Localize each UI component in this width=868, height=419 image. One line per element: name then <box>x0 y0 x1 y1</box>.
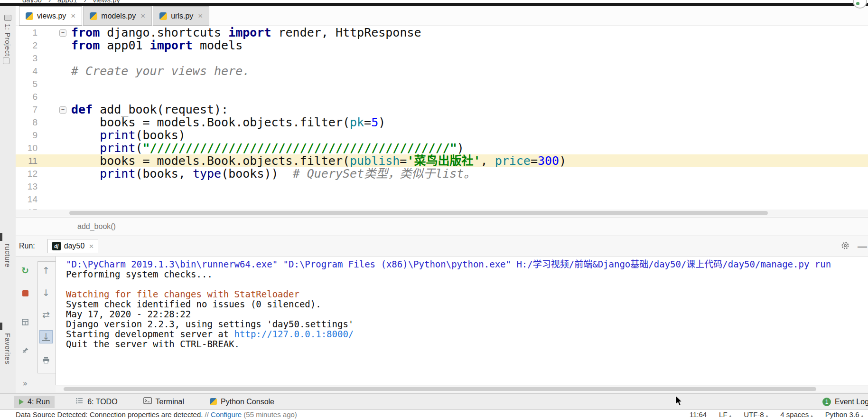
code-text: print(books) <box>71 129 868 142</box>
code-line[interactable]: 11 books = models.Book.objects.filter(pu… <box>16 154 868 167</box>
close-icon[interactable]: × <box>71 12 75 20</box>
rerun-button[interactable]: ↻ <box>19 264 32 277</box>
console-output[interactable]: "D:\PyCharm 2019.1.3\bin\runnerw64.exe" … <box>56 257 868 385</box>
line-number[interactable]: 1 <box>16 26 37 39</box>
editor-tab-views[interactable]: views.py × <box>19 6 82 26</box>
line-number[interactable]: 8 <box>16 116 37 129</box>
toolwindow-button-todo[interactable]: 6: TODO <box>71 395 122 408</box>
code-lines: 1−from django.shortcuts import render, H… <box>16 26 868 210</box>
settings-gear-icon[interactable] <box>840 241 850 252</box>
code-line[interactable]: 8 books = models.Book.objects.filter(pk=… <box>16 116 868 129</box>
line-number[interactable]: 7 <box>16 103 37 116</box>
code-line[interactable]: 14 <box>16 193 868 206</box>
line-number[interactable]: 2 <box>16 39 37 52</box>
toolwindow-label: Python Console <box>221 398 274 406</box>
restore-layout-button[interactable] <box>19 315 32 329</box>
line-number[interactable]: 12 <box>16 167 37 180</box>
code-line[interactable]: 3 <box>16 52 868 65</box>
scrollbar-thumb[interactable] <box>64 387 816 391</box>
splitter-handle[interactable] <box>0 233 2 241</box>
event-log-label: Event Log <box>835 398 868 406</box>
pin-tab-button[interactable] <box>19 344 32 357</box>
hide-panel-icon[interactable]: — <box>858 241 867 252</box>
stripe-icon[interactable] <box>3 57 9 64</box>
event-count-badge: 1 <box>822 398 831 406</box>
down-stack-trace-button[interactable]: ↓ <box>39 286 53 299</box>
print-button[interactable] <box>39 353 53 367</box>
editor-tab-models[interactable]: models.py × <box>83 6 152 26</box>
code-line[interactable]: 2from app01 import models <box>16 39 868 52</box>
console-horizontal-scrollbar[interactable] <box>56 386 868 392</box>
line-number[interactable]: 9 <box>16 129 37 142</box>
scrollbar-thumb[interactable] <box>69 211 768 215</box>
line-number[interactable]: 11 <box>16 154 37 167</box>
status-bar: Data Source Detected: Connection propert… <box>0 409 868 419</box>
line-number[interactable]: 10 <box>16 142 37 154</box>
code-editor[interactable]: 1−from django.shortcuts import render, H… <box>16 26 868 210</box>
tool-button-favorites[interactable]: Favorites <box>0 333 16 364</box>
code-line[interactable]: 5 <box>16 77 868 90</box>
code-text: def add_book(request): <box>71 103 868 116</box>
line-number[interactable]: 4 <box>16 65 37 77</box>
more-options-icon[interactable]: » <box>19 377 32 390</box>
toolwindow-button-run[interactable]: 4: Run <box>14 396 55 408</box>
status-age: (55 minutes ago) <box>242 410 297 419</box>
event-log-widget[interactable]: 1 Event Log <box>822 394 868 409</box>
indent-widget[interactable]: 4 spaces▴ <box>780 410 813 419</box>
soft-wrap-button[interactable]: ⇄ <box>39 308 53 321</box>
line-number[interactable]: 6 <box>16 90 37 103</box>
fold-marker-icon[interactable]: − <box>37 26 71 39</box>
close-icon[interactable]: × <box>89 242 93 250</box>
up-stack-trace-button[interactable]: ↑ <box>39 264 53 277</box>
code-text: from django.shortcuts import render, Htt… <box>71 26 868 39</box>
stop-button[interactable] <box>19 286 32 300</box>
fold-gutter <box>37 129 71 142</box>
splitter-handle[interactable] <box>0 323 2 330</box>
code-line[interactable]: 9 print(books) <box>16 129 868 142</box>
code-line[interactable]: 6 <box>16 90 868 103</box>
run-panel-title: Run: <box>19 242 35 250</box>
code-line[interactable]: 1−from django.shortcuts import render, H… <box>16 26 868 39</box>
close-icon[interactable]: × <box>198 12 203 20</box>
code-line[interactable]: 10 print("//////////////////////////////… <box>16 142 868 154</box>
mouse-cursor <box>675 396 683 406</box>
scroll-to-end-button[interactable]: ↓ <box>39 330 53 343</box>
code-text <box>71 206 868 210</box>
line-number[interactable]: 15 <box>16 206 37 210</box>
tool-button-structure[interactable]: ructure <box>0 244 16 267</box>
console-link[interactable]: http://127.0.0.1:8000/ <box>234 329 354 339</box>
code-text <box>71 52 868 65</box>
python-file-icon <box>159 12 167 20</box>
code-text <box>71 193 868 206</box>
code-line[interactable]: 12 print(books, type(books)) # QuerySet类… <box>16 167 868 180</box>
toolwindow-label: 6: TODO <box>87 398 117 406</box>
code-line[interactable]: 13 <box>16 180 868 193</box>
line-ending-widget[interactable]: LF▴ <box>719 410 731 419</box>
line-number[interactable]: 13 <box>16 180 37 193</box>
code-line[interactable]: 7−def add_book(request): <box>16 103 868 116</box>
run-tab-day50[interactable]: dj day50 × <box>47 239 99 253</box>
code-line[interactable]: 4# Create your views here. <box>16 65 868 77</box>
scroll-to-end-icon: ↓ <box>42 333 50 341</box>
toolwindow-button-python-console[interactable]: Python Console <box>205 396 279 408</box>
interpreter-widget[interactable]: Python 3.6▴ <box>825 410 863 419</box>
configure-link[interactable]: Configure <box>211 410 242 419</box>
breadcrumb-method[interactable]: add_book() <box>77 222 116 231</box>
close-icon[interactable]: × <box>140 12 145 20</box>
line-number[interactable]: 5 <box>16 77 37 90</box>
editor-tab-urls[interactable]: urls.py × <box>153 6 209 26</box>
tool-button-project[interactable]: 1: Project <box>0 15 16 56</box>
code-line[interactable]: 15 <box>16 206 868 210</box>
console-line: May 17, 2020 - 22:28:22 <box>66 309 868 319</box>
fold-marker-icon[interactable]: − <box>37 103 71 116</box>
line-number[interactable]: 14 <box>16 193 37 206</box>
tab-label: urls.py <box>171 12 193 20</box>
toolwindow-button-terminal[interactable]: Terminal <box>139 395 189 409</box>
encoding-widget[interactable]: UTF-8▴ <box>744 410 768 419</box>
code-text <box>71 180 868 193</box>
fold-gutter <box>37 206 71 210</box>
line-number[interactable]: 3 <box>16 52 37 65</box>
fold-gutter <box>37 116 71 129</box>
caret-position-widget[interactable]: 11:64 <box>690 410 707 419</box>
editor-horizontal-scrollbar[interactable] <box>16 210 868 217</box>
